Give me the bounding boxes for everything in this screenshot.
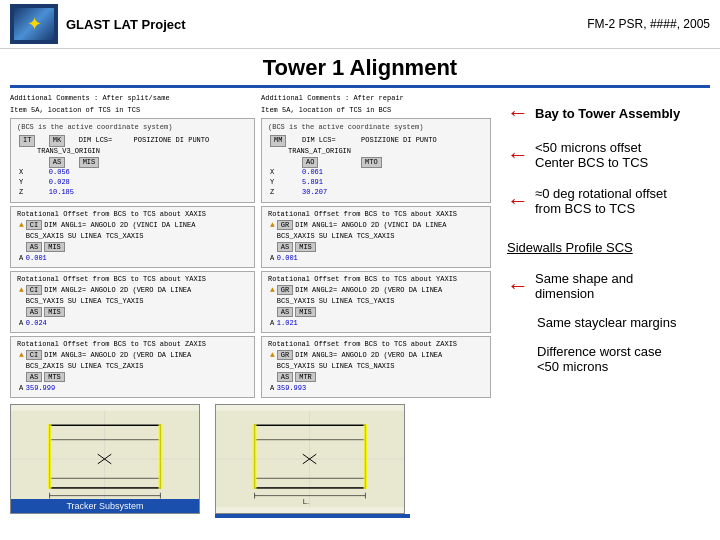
rot-z-block-after: Rotational Offset from BCS to TCS about … bbox=[261, 336, 491, 398]
rotational-item: ← ≈0 deg rotational offset from BCS to T… bbox=[507, 186, 710, 216]
dim-label-before: DIM LCS= bbox=[77, 135, 132, 147]
origin-after: TRANS_AT_ORIGIN bbox=[268, 147, 484, 157]
rot-z-btn-after: GR bbox=[277, 350, 293, 360]
offset-line2: Center BCS to TCS bbox=[535, 155, 648, 170]
rot-y-dim-after: DIM ANGL2= ANGOLO 2D (VERO DA LINEA bbox=[295, 285, 442, 295]
dim-val-before: POSIZIONE DI PUNTO bbox=[132, 135, 248, 147]
right-profile-svg: L. bbox=[216, 405, 404, 513]
rot-y-as-after: AS bbox=[277, 307, 293, 317]
ax-val-after: MTO bbox=[361, 157, 382, 169]
rot-z-as-after: AS bbox=[277, 372, 293, 382]
left-profile-img: L. Tracker Subsystem bbox=[10, 404, 200, 514]
page-title: Tower 1 Alignment bbox=[0, 49, 720, 85]
rot-x-dim-after: DIM ANGL1= ANGOLO 2D (VINCI DA LINEA bbox=[295, 220, 446, 230]
coord-block-before: (BCS is the active coordinate system) IT… bbox=[10, 118, 255, 203]
header-left: GLAST LAT Project bbox=[10, 4, 186, 44]
comment-before: Additional Comments : After split/same bbox=[10, 94, 255, 103]
rot-x-as-before: AS bbox=[26, 242, 42, 252]
rot-z-as-before: AS bbox=[26, 372, 42, 382]
rot-y-label-before: Rotational Offset from BCS to TCS about … bbox=[17, 275, 248, 283]
rot-z-btn-before: CI bbox=[26, 350, 42, 360]
rot-z-val-before: 359.999 bbox=[26, 384, 191, 392]
org-name: GLAST LAT Project bbox=[66, 17, 186, 32]
arrow-bay-tower: ← bbox=[507, 102, 529, 124]
same-shape-text: Same shape and dimension bbox=[535, 271, 633, 301]
y-val-after: 5.891 bbox=[300, 178, 484, 188]
offset-line1: <50 microns offset bbox=[535, 140, 648, 155]
x-val-before: 0.056 bbox=[47, 168, 132, 178]
rot-y-axis-before: BCS_YAXIS SU LINEA TCS_YAXIS bbox=[26, 297, 191, 305]
btn-it: IT bbox=[19, 135, 35, 147]
origin-before: TRANS_V3_ORIGIN bbox=[17, 147, 248, 157]
rot-x-btn-before: CI bbox=[26, 220, 42, 230]
rot-y-block-after: Rotational Offset from BCS to TCS about … bbox=[261, 271, 491, 333]
rot-y-mis-after: MIS bbox=[295, 307, 316, 317]
item-label-before: Item 5A, location of TCS in TCS bbox=[10, 106, 255, 115]
rot-y-table-after: ▲ GR DIM ANGL2= ANGOLO 2D (VERO DA LINEA… bbox=[268, 283, 444, 329]
rot-z-val-after: 359.993 bbox=[277, 384, 442, 392]
rot-y-as-before: AS bbox=[26, 307, 42, 317]
coord-note-after: (BCS is the active coordinate system) bbox=[268, 123, 484, 133]
rot-x-block-after: Rotational Offset from BCS to TCS about … bbox=[261, 206, 491, 268]
svg-rect-20 bbox=[253, 424, 257, 489]
rot-y-btn-after: GR bbox=[277, 285, 293, 295]
bay-to-tower-label: Bay to Tower Assembly bbox=[535, 106, 680, 121]
item-label-after: Item 5A, location of TCS in BCS bbox=[261, 106, 491, 115]
rot-y-dim-before: DIM ANGL2= ANGOLO 2D (VERO DA LINEA bbox=[44, 285, 191, 295]
rot-x-val-after: 0.001 bbox=[277, 254, 447, 262]
left-profile-container: L. Tracker Subsystem bbox=[10, 404, 205, 514]
offset-item: ← <50 microns offset Center BCS to TCS bbox=[507, 140, 710, 170]
arrow-same-shape: ← bbox=[507, 275, 529, 297]
svg-text:L.: L. bbox=[303, 497, 309, 506]
rot-z-label-after: Rotational Offset from BCS to TCS about … bbox=[268, 340, 484, 348]
right-profile-img: L. bbox=[215, 404, 405, 514]
offset-text: <50 microns offset Center BCS to TCS bbox=[535, 140, 648, 170]
annotations-panel: ← Bay to Tower Assembly ← <50 microns of… bbox=[497, 94, 710, 398]
rot-y-label-after: Rotational Offset from BCS to TCS about … bbox=[268, 275, 484, 283]
bay-to-tower-item: ← Bay to Tower Assembly bbox=[507, 102, 710, 124]
arrow-offset: ← bbox=[507, 144, 529, 166]
rot-x-label-before: Rotational Offset from BCS to TCS about … bbox=[17, 210, 248, 218]
header: GLAST LAT Project FM-2 PSR, ####, 2005 bbox=[0, 0, 720, 49]
bottom-blue-bar bbox=[215, 514, 410, 518]
ax-val-before: MIS bbox=[79, 157, 100, 169]
ax-label-after: AO bbox=[302, 157, 318, 169]
z-val-after: 30.207 bbox=[300, 188, 484, 198]
divider bbox=[10, 85, 710, 88]
rotational-line1: ≈0 deg rotational offset bbox=[535, 186, 667, 201]
rot-y-btn-before: CI bbox=[26, 285, 42, 295]
coord-block-after: (BCS is the active coordinate system) MM… bbox=[261, 118, 491, 203]
rot-y-val-after: 1.021 bbox=[277, 319, 442, 327]
sidewalls-label: Sidewalls Profile SCS bbox=[507, 240, 710, 255]
rotational-text: ≈0 deg rotational offset from BCS to TCS bbox=[535, 186, 667, 216]
rot-x-label-after: Rotational Offset from BCS to TCS about … bbox=[268, 210, 484, 218]
rot-z-table-after: ▲ GR DIM ANGL3= ANGOLO 2D (VERO DA LINEA… bbox=[268, 348, 444, 394]
tracker-label-left: Tracker Subsystem bbox=[11, 499, 199, 513]
svg-rect-6 bbox=[48, 424, 52, 489]
rot-x-as-after: AS bbox=[277, 242, 293, 252]
y-val-before: 0.028 bbox=[47, 178, 132, 188]
middle-data-panel: Additional Comments : After repair Item … bbox=[261, 94, 491, 398]
left-data-panel: Additional Comments : After split/same I… bbox=[10, 94, 255, 398]
btn-mk: MK bbox=[49, 135, 65, 147]
bottom-section: L. Tracker Subsystem bbox=[0, 400, 720, 518]
rot-z-table-before: ▲ CI DIM ANGL3= ANGOLO 2D (VERO DA LINEA… bbox=[17, 348, 193, 394]
ax-label-before: AS bbox=[49, 157, 65, 169]
rot-x-dim-before: DIM ANGL1= ANGOLO 2D (VINCI DA LINEA bbox=[44, 220, 195, 230]
rot-x-axis-after: BCS_XAXIS SU LINEA TCS_XAXIS bbox=[277, 232, 447, 240]
arrow-rotational: ← bbox=[507, 190, 529, 212]
rotational-line2: from BCS to TCS bbox=[535, 201, 667, 216]
rot-z-axis-before: BCS_ZAXIS SU LINEA TCS_ZAXIS bbox=[26, 362, 191, 370]
same-shape-item: ← Same shape and dimension bbox=[507, 271, 710, 301]
rot-y-axis-after: BCS_YAXIS SU LINEA TCS_YAXIS bbox=[277, 297, 442, 305]
left-profile-svg: L. bbox=[11, 405, 199, 513]
rot-x-btn-after: GR bbox=[277, 220, 293, 230]
rot-y-block-before: Rotational Offset from BCS to TCS about … bbox=[10, 271, 255, 333]
rot-z-label-before: Rotational Offset from BCS to TCS about … bbox=[17, 340, 248, 348]
dim-val-after: POSIZIONE DI PUNTO bbox=[359, 135, 484, 147]
difference-worst-label: Difference worst case Difference worst c… bbox=[537, 344, 710, 374]
z-val-before: 10.185 bbox=[47, 188, 132, 198]
right-profile-container: L. bbox=[215, 404, 410, 518]
rot-x-mis-before: MIS bbox=[44, 242, 65, 252]
svg-rect-7 bbox=[159, 424, 163, 489]
